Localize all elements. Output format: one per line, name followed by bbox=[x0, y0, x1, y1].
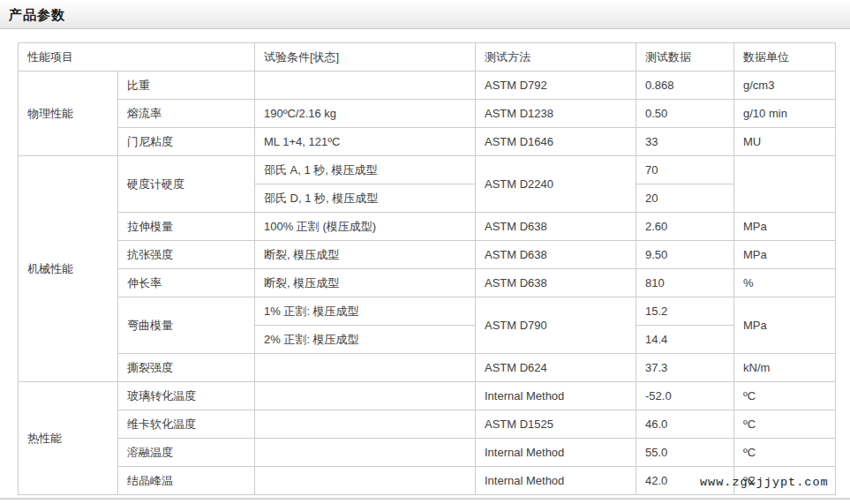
header-value: 测试数据 bbox=[636, 43, 734, 71]
condition-cell: 邵氏 A, 1 秒, 模压成型 bbox=[255, 156, 476, 184]
table-row: 机械性能 硬度计硬度 邵氏 A, 1 秒, 模压成型 ASTM D2240 70 bbox=[19, 156, 836, 184]
value-cell: 55.0 bbox=[636, 439, 734, 467]
header-unit: 数据单位 bbox=[734, 43, 836, 71]
method-cell: ASTM D2240 bbox=[476, 156, 636, 213]
method-cell: ASTM D1646 bbox=[476, 128, 636, 156]
method-cell: ASTM D638 bbox=[476, 241, 636, 269]
condition-cell bbox=[255, 71, 476, 100]
watermark: www.zgxjjypt.com bbox=[700, 476, 829, 489]
condition-cell: 100% 正割 (模压成型) bbox=[255, 213, 476, 241]
unit-cell: kN/m bbox=[734, 354, 836, 382]
section-header-bar: 产品参数 bbox=[0, 0, 850, 29]
unit-cell: MPa bbox=[734, 213, 836, 241]
table-row: 物理性能 比重 ASTM D792 0.868 g/cm3 bbox=[19, 71, 836, 100]
property-cell: 溶融温度 bbox=[118, 439, 255, 467]
table-row: 溶融温度 Internal Method 55.0 ºC bbox=[19, 439, 836, 467]
method-cell: Internal Method bbox=[476, 467, 636, 495]
condition-cell: ML 1+4, 121ºC bbox=[255, 128, 476, 156]
condition-cell bbox=[255, 439, 476, 467]
unit-cell: MPa bbox=[734, 297, 836, 354]
condition-cell: 2% 正割: 模压成型 bbox=[255, 326, 476, 354]
page-title: 产品参数 bbox=[0, 0, 850, 24]
property-cell: 抗张强度 bbox=[118, 241, 255, 269]
group-cell: 热性能 bbox=[19, 382, 118, 495]
property-cell: 硬度计硬度 bbox=[118, 156, 255, 213]
value-cell: 33 bbox=[636, 128, 734, 156]
value-cell: 0.50 bbox=[636, 100, 734, 128]
unit-cell bbox=[734, 156, 836, 213]
property-cell: 结晶峰温 bbox=[118, 467, 255, 495]
value-cell: 810 bbox=[636, 269, 734, 297]
table-row: 弯曲模量 1% 正割: 模压成型 ASTM D790 15.2 MPa bbox=[19, 297, 836, 326]
header-method: 测试方法 bbox=[476, 43, 636, 71]
table-row: 伸长率 断裂, 模压成型 ASTM D638 810 % bbox=[19, 269, 836, 297]
table-row: 热性能 玻璃转化温度 Internal Method -52.0 ºC bbox=[19, 382, 836, 410]
table-row: 门尼粘度 ML 1+4, 121ºC ASTM D1646 33 MU bbox=[19, 128, 836, 156]
table-row: 抗张强度 断裂, 模压成型 ASTM D638 9.50 MPa bbox=[19, 241, 836, 269]
condition-cell bbox=[255, 467, 476, 495]
table-row: 熔流率 190ºC/2.16 kg ASTM D1238 0.50 g/10 m… bbox=[19, 100, 836, 128]
method-cell: Internal Method bbox=[476, 382, 636, 410]
property-cell: 熔流率 bbox=[118, 100, 255, 128]
unit-cell: ºC bbox=[734, 439, 836, 467]
property-cell: 拉伸模量 bbox=[118, 213, 255, 241]
condition-cell: 断裂, 模压成型 bbox=[255, 241, 476, 269]
unit-cell: % bbox=[734, 269, 836, 297]
value-cell: 9.50 bbox=[636, 241, 734, 269]
unit-cell: g/cm3 bbox=[734, 71, 836, 100]
unit-cell: MU bbox=[734, 128, 836, 156]
value-cell: 14.4 bbox=[636, 326, 734, 354]
method-cell: Internal Method bbox=[476, 439, 636, 467]
page: 产品参数 性能项目 试验条件[状态] 测试方法 测试数据 数据单位 物理性能 比… bbox=[0, 0, 850, 504]
header-item: 性能项目 bbox=[19, 43, 255, 71]
unit-cell: ºC bbox=[734, 410, 836, 439]
table-row: 拉伸模量 100% 正割 (模压成型) ASTM D638 2.60 MPa bbox=[19, 213, 836, 241]
header-condition: 试验条件[状态] bbox=[255, 43, 476, 71]
property-cell: 弯曲模量 bbox=[118, 297, 255, 354]
property-cell: 撕裂强度 bbox=[118, 354, 255, 382]
property-cell: 伸长率 bbox=[118, 269, 255, 297]
value-cell: 2.60 bbox=[636, 213, 734, 241]
condition-cell: 190ºC/2.16 kg bbox=[255, 100, 476, 128]
condition-cell bbox=[255, 382, 476, 410]
method-cell: ASTM D638 bbox=[476, 213, 636, 241]
group-cell: 机械性能 bbox=[19, 156, 118, 382]
property-cell: 维卡软化温度 bbox=[118, 410, 255, 439]
property-cell: 比重 bbox=[118, 71, 255, 100]
method-cell: ASTM D792 bbox=[476, 71, 636, 100]
group-cell: 物理性能 bbox=[19, 71, 118, 156]
method-cell: ASTM D638 bbox=[476, 269, 636, 297]
condition-cell: 1% 正割: 模压成型 bbox=[255, 297, 476, 326]
unit-cell: ºC bbox=[734, 382, 836, 410]
value-cell: 70 bbox=[636, 156, 734, 184]
method-cell: ASTM D1238 bbox=[476, 100, 636, 128]
table-row: 撕裂强度 ASTM D624 37.3 kN/m bbox=[19, 354, 836, 382]
table-row: 维卡软化温度 ASTM D1525 46.0 ºC bbox=[19, 410, 836, 439]
value-cell: 0.868 bbox=[636, 71, 734, 100]
value-cell: 20 bbox=[636, 184, 734, 213]
value-cell: -52.0 bbox=[636, 382, 734, 410]
product-parameters-table: 性能项目 试验条件[状态] 测试方法 测试数据 数据单位 物理性能 比重 AST… bbox=[18, 42, 836, 495]
method-cell: ASTM D624 bbox=[476, 354, 636, 382]
condition-cell: 断裂, 模压成型 bbox=[255, 269, 476, 297]
unit-cell: g/10 min bbox=[734, 100, 836, 128]
value-cell: 37.3 bbox=[636, 354, 734, 382]
value-cell: 46.0 bbox=[636, 410, 734, 439]
property-cell: 门尼粘度 bbox=[118, 128, 255, 156]
value-cell: 15.2 bbox=[636, 297, 734, 326]
method-cell: ASTM D1525 bbox=[476, 410, 636, 439]
condition-cell bbox=[255, 354, 476, 382]
method-cell: ASTM D790 bbox=[476, 297, 636, 354]
condition-cell: 邵氏 D, 1 秒, 模压成型 bbox=[255, 184, 476, 213]
unit-cell: MPa bbox=[734, 241, 836, 269]
table-header-row: 性能项目 试验条件[状态] 测试方法 测试数据 数据单位 bbox=[19, 43, 836, 71]
property-cell: 玻璃转化温度 bbox=[118, 382, 255, 410]
bottom-divider bbox=[0, 498, 850, 500]
condition-cell bbox=[255, 410, 476, 439]
